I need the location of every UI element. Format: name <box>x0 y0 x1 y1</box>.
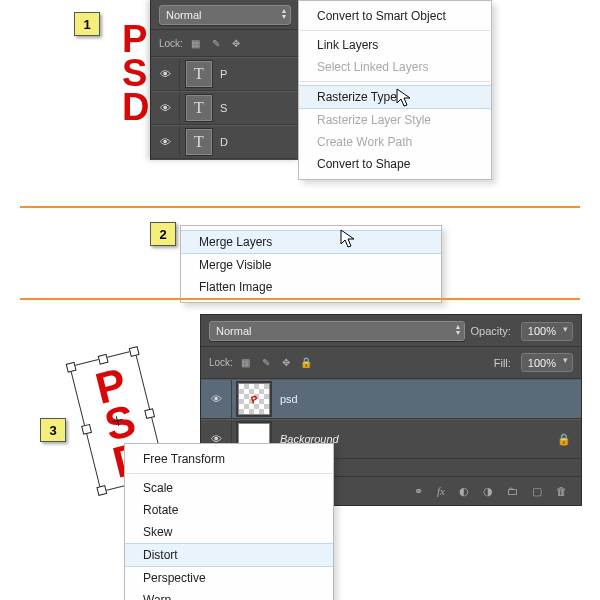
menu-item-scale[interactable]: Scale <box>125 477 333 499</box>
menu-item-rotate[interactable]: Rotate <box>125 499 333 521</box>
menu-item-warp[interactable]: Warp <box>125 589 333 600</box>
transform-handle[interactable] <box>144 408 155 419</box>
psd-letter: D <box>122 90 148 124</box>
type-layer-thumb: T <box>186 61 212 87</box>
menu-item-skew[interactable]: Skew <box>125 521 333 543</box>
lock-transparency-icon[interactable]: ▦ <box>239 356 253 370</box>
psd-vertical-text: P S D <box>122 22 148 124</box>
psd-letter: S <box>122 56 148 90</box>
trash-icon[interactable]: 🗑 <box>556 485 567 497</box>
section-divider <box>20 298 580 300</box>
menu-separator <box>300 30 490 31</box>
lock-move-icon[interactable]: ✥ <box>229 36 243 50</box>
eye-icon: 👁 <box>160 136 171 148</box>
menu-item-merge-visible[interactable]: Merge Visible <box>181 254 441 276</box>
select-arrows-icon: ▴▾ <box>456 324 460 336</box>
visibility-toggle[interactable]: 👁 <box>201 380 232 418</box>
menu-separator <box>126 473 332 474</box>
mask-icon[interactable]: ◐ <box>459 485 469 498</box>
layer-name: psd <box>280 393 298 405</box>
context-menu-3: Free Transform Scale Rotate Skew Distort… <box>124 443 334 600</box>
context-menu-1: Convert to Smart Object Link Layers Sele… <box>298 0 492 180</box>
transform-handle[interactable] <box>98 354 109 365</box>
lock-paint-icon[interactable]: ✎ <box>209 36 223 50</box>
eye-icon: 👁 <box>160 68 171 80</box>
menu-item-flatten-image[interactable]: Flatten Image <box>181 276 441 298</box>
context-menu-2: Merge Layers Merge Visible Flatten Image <box>180 225 442 303</box>
menu-item-rasterize-type[interactable]: Rasterize Type <box>299 85 491 109</box>
menu-item-create-work-path: Create Work Path <box>299 131 491 153</box>
link-layers-icon[interactable]: ⚭ <box>414 485 423 498</box>
blend-mode-value: Normal <box>216 325 251 337</box>
layer-name: D <box>220 136 228 148</box>
lock-paint-icon[interactable]: ✎ <box>259 356 273 370</box>
layer-row[interactable]: 👁 T D <box>151 125 299 159</box>
transform-handle[interactable] <box>129 346 140 357</box>
fill-value: 100% <box>528 357 556 369</box>
transform-center-icon[interactable] <box>112 415 124 427</box>
lock-all-icon[interactable]: 🔒 <box>299 356 313 370</box>
blend-mode-select[interactable]: Normal ▴▾ <box>209 321 465 341</box>
type-layer-thumb: T <box>186 129 212 155</box>
lock-move-icon[interactable]: ✥ <box>279 356 293 370</box>
layer-row[interactable]: 👁 T S <box>151 91 299 125</box>
fill-label: Fill: <box>494 357 511 369</box>
transform-handle[interactable] <box>96 485 107 496</box>
fill-field[interactable]: 100% <box>521 353 573 372</box>
new-layer-icon[interactable]: ▢ <box>532 485 542 498</box>
lock-transparency-icon[interactable]: ▦ <box>189 36 203 50</box>
layer-thumb <box>238 383 270 415</box>
adjustment-icon[interactable]: ◑ <box>483 485 493 498</box>
menu-item-distort[interactable]: Distort <box>125 543 333 567</box>
layer-name: P <box>220 68 227 80</box>
fx-icon[interactable]: fx <box>437 485 445 497</box>
type-layer-thumb: T <box>186 95 212 121</box>
group-icon[interactable]: 🗀 <box>507 485 518 497</box>
transform-handle[interactable] <box>81 424 92 435</box>
lock-label: Lock: <box>209 357 233 368</box>
transform-handle[interactable] <box>66 362 77 373</box>
menu-item-rasterize-layer-style: Rasterize Layer Style <box>299 109 491 131</box>
step-badge-3: 3 <box>40 418 66 442</box>
visibility-toggle[interactable]: 👁 <box>151 92 180 124</box>
menu-item-convert-smart-object[interactable]: Convert to Smart Object <box>299 5 491 27</box>
menu-separator <box>300 81 490 82</box>
section-divider <box>20 206 580 208</box>
menu-item-perspective[interactable]: Perspective <box>125 567 333 589</box>
menu-item-free-transform[interactable]: Free Transform <box>125 448 333 470</box>
step-badge-2: 2 <box>150 222 176 246</box>
eye-icon: 👁 <box>160 102 171 114</box>
layer-name: S <box>220 102 227 114</box>
visibility-toggle[interactable]: 👁 <box>151 58 180 90</box>
step-badge-1: 1 <box>74 12 100 36</box>
blend-mode-value: Normal <box>166 9 201 21</box>
opacity-value: 100% <box>528 325 556 337</box>
lock-label: Lock: <box>159 38 183 49</box>
layers-panel-1: Normal ▴▾ Lock: ▦ ✎ ✥ 👁 T P 👁 T S 👁 T D <box>150 0 299 160</box>
opacity-label: Opacity: <box>471 325 511 337</box>
eye-icon: 👁 <box>211 393 222 405</box>
menu-item-convert-to-shape[interactable]: Convert to Shape <box>299 153 491 175</box>
psd-letter: P <box>122 22 148 56</box>
menu-item-link-layers[interactable]: Link Layers <box>299 34 491 56</box>
select-arrows-icon: ▴▾ <box>282 8 286 20</box>
menu-item-merge-layers[interactable]: Merge Layers <box>181 230 441 254</box>
opacity-field[interactable]: 100% <box>521 322 573 341</box>
layer-row-psd[interactable]: 👁 psd <box>201 379 581 419</box>
blend-mode-select[interactable]: Normal ▴▾ <box>159 5 291 25</box>
visibility-toggle[interactable]: 👁 <box>151 126 180 158</box>
menu-item-select-linked-layers: Select Linked Layers <box>299 56 491 78</box>
lock-icon: 🔒 <box>557 433 571 446</box>
layer-row[interactable]: 👁 T P <box>151 57 299 91</box>
